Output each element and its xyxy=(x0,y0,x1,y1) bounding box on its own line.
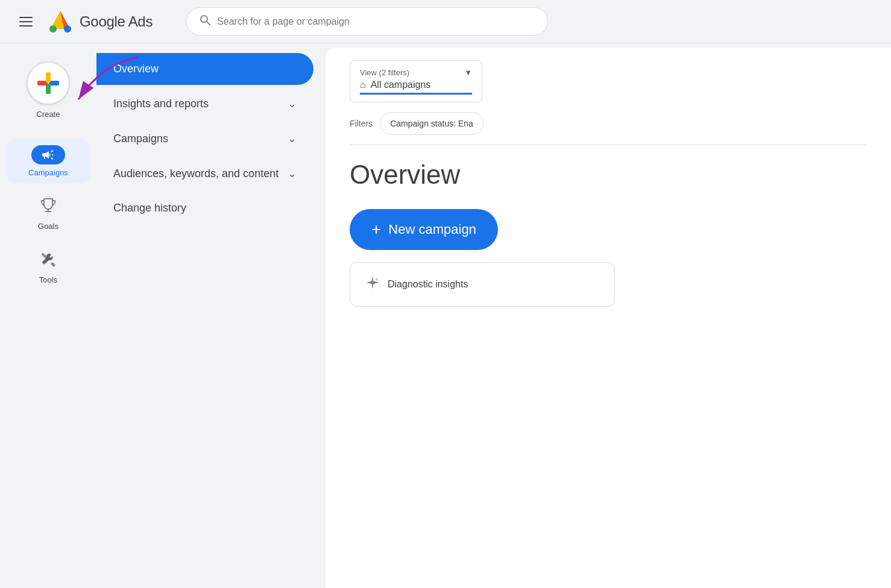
nav-item-change-history[interactable]: Change history xyxy=(96,192,313,224)
nav-item-insights-label: Insights and reports xyxy=(113,98,288,110)
nav-item-campaigns[interactable]: Campaigns ⌄ xyxy=(96,122,313,155)
insights-chevron-icon: ⌄ xyxy=(288,97,297,110)
menu-button[interactable] xyxy=(14,12,37,31)
content-area: View (2 filters) ▼ ⌂ All campaigns Filte… xyxy=(326,48,891,588)
sidebar-campaigns-label: Campaigns xyxy=(28,168,68,177)
nav-menu: Overview Insights and reports ⌄ Campaign… xyxy=(96,43,326,588)
main-container: Create Campaigns Go xyxy=(0,43,891,588)
view-value: ⌂ All campaigns xyxy=(360,80,472,95)
nav-item-overview-label: Overview xyxy=(113,63,297,75)
google-ads-logo: Google Ads xyxy=(47,8,153,35)
nav-item-audiences-label: Audiences, keywords, and content xyxy=(113,167,288,180)
sidebar-tools-label: Tools xyxy=(39,275,57,284)
new-campaign-button[interactable]: + New campaign xyxy=(350,209,498,250)
view-dropdown[interactable]: View (2 filters) ▼ ⌂ All campaigns xyxy=(350,60,482,102)
logo-text: Google Ads xyxy=(80,13,153,30)
nav-item-insights[interactable]: Insights and reports ⌄ xyxy=(96,87,313,120)
nav-item-overview[interactable]: Overview xyxy=(96,53,313,85)
filters-row: Filters Campaign status: Ena xyxy=(350,112,867,145)
search-bar[interactable] xyxy=(186,7,548,36)
audiences-chevron-icon: ⌄ xyxy=(288,167,297,180)
header-left: Google Ads xyxy=(14,8,153,35)
svg-point-2 xyxy=(49,25,57,33)
hamburger-line-1 xyxy=(19,17,33,18)
hamburger-line-2 xyxy=(19,21,33,22)
sidebar-item-tools[interactable]: Tools xyxy=(6,242,90,290)
sidebar-icons: Create Campaigns Go xyxy=(0,43,96,588)
svg-rect-10 xyxy=(46,72,51,83)
google-ads-logo-icon xyxy=(47,8,74,35)
header: Google Ads xyxy=(0,0,891,43)
svg-line-6 xyxy=(207,22,210,25)
trophy-icon xyxy=(39,197,57,215)
search-icon xyxy=(199,14,211,29)
diagnostic-insights-label: Diagnostic insights xyxy=(388,279,468,290)
campaigns-chevron-icon: ⌄ xyxy=(288,132,297,145)
create-circle[interactable] xyxy=(27,61,70,105)
colorful-plus-icon xyxy=(36,71,60,95)
campaign-status-filter-chip[interactable]: Campaign status: Ena xyxy=(380,112,483,135)
sidebar-item-campaigns[interactable]: Campaigns xyxy=(6,139,90,183)
sparkle-icon xyxy=(365,275,380,294)
goals-icon-container xyxy=(31,194,65,218)
svg-rect-11 xyxy=(46,84,51,94)
diagnostic-insights-card[interactable]: Diagnostic insights xyxy=(350,262,615,307)
new-campaign-label: New campaign xyxy=(388,222,476,237)
search-input[interactable] xyxy=(217,16,535,27)
dropdown-chevron-icon: ▼ xyxy=(464,68,472,77)
overview-title: Overview xyxy=(350,160,867,190)
view-label: View (2 filters) ▼ xyxy=(360,68,472,77)
filter-row: View (2 filters) ▼ ⌂ All campaigns xyxy=(350,60,867,102)
sidebar-item-goals[interactable]: Goals xyxy=(6,188,90,237)
tools-icon xyxy=(39,251,57,269)
nav-item-campaigns-label: Campaigns xyxy=(113,133,288,145)
nav-item-audiences[interactable]: Audiences, keywords, and content ⌄ xyxy=(96,157,313,190)
home-icon: ⌂ xyxy=(360,80,366,90)
campaigns-icon-bg xyxy=(31,145,65,164)
tools-icon-container xyxy=(31,248,65,272)
create-label: Create xyxy=(36,110,60,119)
new-campaign-plus-icon: + xyxy=(371,221,381,238)
svg-point-3 xyxy=(64,25,71,33)
create-button[interactable]: Create xyxy=(20,55,76,125)
sidebar-goals-label: Goals xyxy=(38,222,58,231)
nav-item-change-history-label: Change history xyxy=(113,202,297,214)
campaigns-megaphone-icon xyxy=(41,148,55,162)
filters-label: Filters xyxy=(350,119,373,128)
hamburger-line-3 xyxy=(19,25,33,27)
